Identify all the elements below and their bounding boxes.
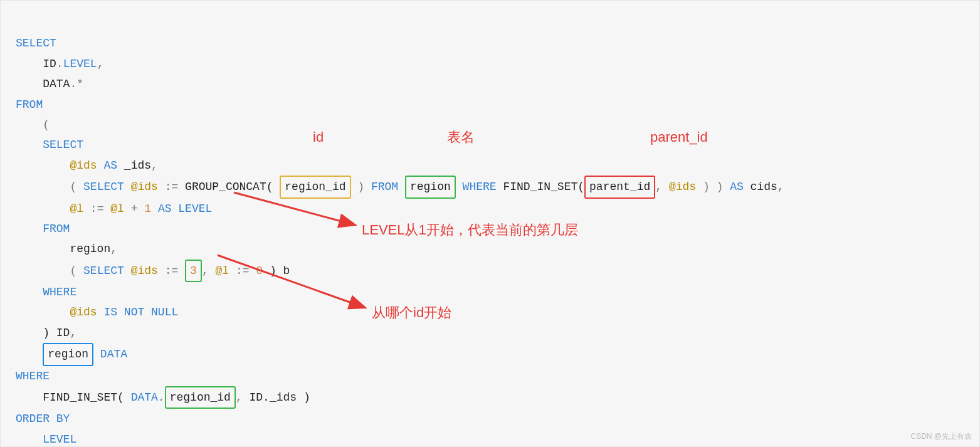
sp [456,181,463,193]
plus: + [124,202,144,215]
comma: , [202,265,209,277]
sp [398,181,405,193]
text: ID._ids ) [243,391,310,404]
variable-ids: @ids [131,181,158,193]
paren: ) ID [16,327,70,339]
paren: ) [351,181,365,193]
arrow-start-id [218,255,366,308]
star: * [76,78,83,90]
number: 1 [144,202,151,215]
keyword-select: SELECT [16,37,56,50]
watermark: CSDN @先上有农 [910,430,972,444]
variable-ids: @ids [669,181,696,193]
paren: ) b [263,265,290,277]
sp [209,265,216,277]
assign: := [83,202,110,215]
paren: ( [16,181,83,193]
text: DATA [16,78,70,90]
box-start-id: 3 [185,260,202,282]
keyword-level: LEVEL [16,433,76,446]
variable-l: @l [216,265,229,277]
dot: . [158,391,165,404]
alias: _ids [117,159,151,172]
func: FIND_IN_SET( [16,391,131,404]
func: FIND_IN_SET( [497,181,584,193]
keyword-select: SELECT [83,265,124,277]
sp [124,265,131,277]
keyword-select: SELECT [83,181,124,193]
sp [124,181,131,193]
sp [16,306,70,318]
dot: . [70,78,76,90]
comma: , [110,243,117,255]
keyword-level: LEVEL [171,202,212,215]
func: GROUP_CONCAT( [178,181,280,193]
paren: ( [16,118,50,131]
alias-data: DATA [131,391,158,404]
alias: cids [744,181,777,193]
keyword-as: AS [151,202,171,215]
sp [662,181,669,193]
sp [250,265,256,277]
annotation-level-note: LEVEL从1开始，代表当前的第几层 [362,218,578,243]
keyword-from: FROM [364,181,398,193]
annotation-table-label: 表名 [447,125,475,150]
dot: . [56,58,63,70]
annotation-parent-label: parent_id [650,125,708,150]
text: ID [16,58,56,70]
box-region-table: region [43,343,93,365]
annotation-start-note: 从哪个id开始 [372,300,451,325]
keyword-level: LEVEL [63,58,97,70]
assign: := [158,265,178,277]
alias-data: DATA [93,348,127,360]
annotation-id-label: id [313,125,324,150]
keyword-isnotnull: IS NOT NULL [97,306,179,318]
code-block: SELECT ID.LEVEL, DATA.* FROM ( SELECT @i… [0,0,980,447]
keyword-where: WHERE [463,181,497,193]
number: 0 [256,265,263,277]
comma: , [97,58,104,70]
assign: := [229,265,249,277]
box-region-id: region_id [165,386,236,409]
variable-ids: @ids [70,159,97,172]
paren: ( [16,265,83,277]
variable-ids: @ids [70,306,97,318]
sp [16,202,70,215]
box-parent-id: parent_id [584,176,655,198]
assign: := [158,181,178,193]
keyword-from: FROM [16,223,70,235]
variable-l: @l [70,202,83,215]
keyword-orderby: ORDER BY [16,413,70,425]
keyword-from: FROM [16,98,43,111]
paren: ) ) [696,181,723,193]
comma: , [236,391,243,404]
comma: , [70,327,76,339]
keyword-select: SELECT [16,139,83,151]
variable-ids: @ids [131,265,158,277]
box-region: region [405,176,456,198]
keyword-as: AS [97,159,117,172]
keyword-where: WHERE [16,370,50,382]
sp [16,348,43,360]
comma: , [655,181,662,193]
keyword-where: WHERE [16,286,76,298]
keyword-as: AS [723,181,743,193]
comma: , [777,181,784,193]
box-region-id: region_id [280,176,350,198]
comma: , [151,159,158,172]
sp [178,265,185,277]
variable-l: @l [110,202,124,215]
table: region [16,243,110,255]
